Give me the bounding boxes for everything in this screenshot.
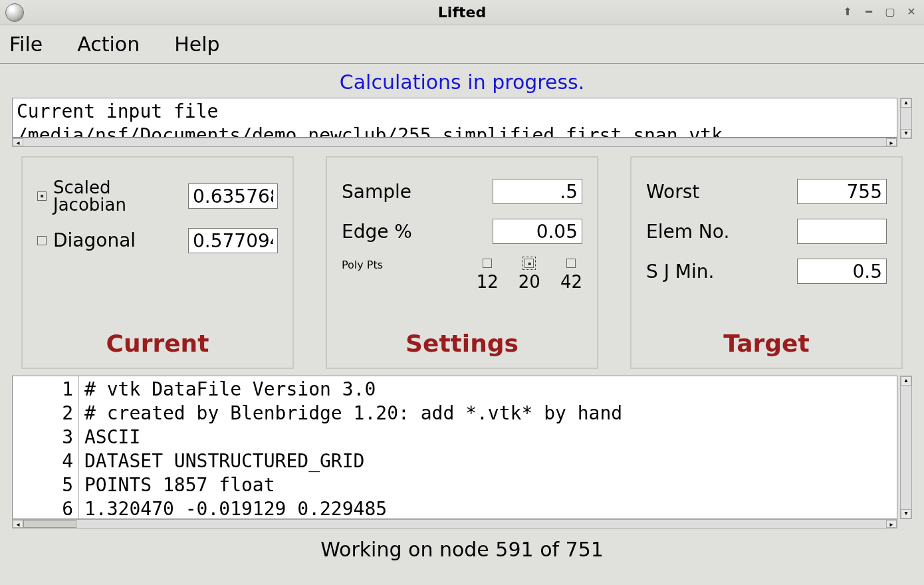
code-line-4: DATASET UNSTRUCTURED_GRID (84, 450, 364, 472)
panel-settings-title: Settings (342, 330, 582, 357)
scaled-jacobian-label: ScaledJacobian (53, 179, 126, 213)
menu-action[interactable]: Action (74, 31, 142, 57)
polypts-opt-12: 12 (477, 259, 499, 292)
polypts-label: Poly Pts (342, 259, 383, 271)
code-scroll-right-icon[interactable]: ▸ (886, 520, 897, 528)
code-line-6: 1.320470 -0.019129 0.229485 (84, 498, 387, 519)
status-message: Calculations in progress. (0, 64, 924, 98)
row-diagonal: Diagonal (37, 228, 278, 253)
input-file-textarea[interactable]: Current input file /media/nsf/Documents/… (12, 98, 897, 138)
scroll-down-icon[interactable]: ▾ (901, 129, 911, 138)
polypts-12-label: 12 (477, 272, 499, 292)
scroll-up-icon[interactable]: ▴ (901, 98, 911, 108)
code-scroll-up-icon[interactable]: ▴ (901, 376, 911, 386)
elemno-input[interactable] (797, 219, 887, 244)
edge-input[interactable] (493, 219, 582, 244)
code-hscroll-thumb[interactable] (23, 520, 76, 528)
row-sample: Sample (342, 179, 582, 204)
polypts-12-checkbox[interactable] (483, 259, 492, 268)
code-box[interactable]: 1 2 3 4 5 6 # vtk DataFile Version 3.0 #… (12, 376, 897, 519)
window-up-icon[interactable]: ⬆ (839, 4, 856, 19)
window-title: Lifted (0, 4, 924, 21)
code-line-5: POINTS 1857 float (84, 474, 275, 496)
window-maximize-icon[interactable]: ▢ (881, 4, 899, 19)
code-line-1: # vtk DataFile Version 3.0 (84, 378, 376, 400)
polypts-20-checkbox[interactable] (524, 259, 534, 268)
panel-target: Worst Elem No. S J Min. Target (630, 156, 903, 369)
code-line-2: # created by Blenbridge 1.20: add *.vtk*… (84, 402, 622, 424)
menu-file[interactable]: File (7, 31, 45, 57)
row-elemno: Elem No. (646, 219, 887, 244)
elemno-label: Elem No. (646, 221, 729, 243)
sample-input[interactable] (493, 179, 582, 204)
sjmin-label: S J Min. (646, 261, 714, 283)
panels-row: ScaledJacobian Diagonal Current Sample E… (21, 156, 903, 369)
scroll-left-icon[interactable]: ◂ (13, 138, 23, 146)
code-gutter: 1 2 3 4 5 6 (13, 376, 79, 519)
app-icon (5, 3, 24, 22)
scroll-right-icon[interactable]: ▸ (886, 138, 897, 146)
polypts-42-label: 42 (560, 272, 582, 292)
diagonal-input[interactable] (188, 228, 278, 253)
code-hscrollbar[interactable]: ◂ ▸ (12, 519, 897, 528)
input-file-line1: Current input file (17, 100, 218, 122)
menu-bar: File Action Help (0, 25, 924, 64)
row-edge: Edge % (342, 219, 582, 244)
row-scaled-jacobian: ScaledJacobian (37, 179, 278, 213)
worst-input[interactable] (797, 179, 887, 204)
panel-current-title: Current (37, 330, 278, 357)
polypts-42-checkbox[interactable] (566, 259, 576, 268)
worst-label: Worst (646, 181, 699, 203)
sjmin-input[interactable] (797, 259, 887, 284)
input-file-vscrollbar[interactable]: ▴ ▾ (900, 98, 912, 139)
menu-help[interactable]: Help (172, 31, 222, 57)
input-file-panel: Current input file /media/nsf/Documents/… (12, 98, 912, 147)
input-file-line2: /media/nsf/Documents/demo_newclub/255_si… (17, 124, 723, 138)
polypts-20-label: 20 (519, 272, 540, 292)
code-scroll-left-icon[interactable]: ◂ (13, 520, 23, 528)
polypts-opt-42: 42 (560, 259, 582, 292)
scaled-jacobian-input[interactable] (188, 183, 278, 209)
row-polypts: Poly Pts 12 20 42 (342, 259, 582, 292)
title-bar: Lifted ⬆ ━ ▢ ✕ (0, 0, 924, 25)
sample-label: Sample (342, 181, 411, 203)
window-controls: ⬆ ━ ▢ ✕ (839, 4, 920, 19)
scaled-jacobian-checkbox[interactable] (37, 191, 47, 201)
code-vscrollbar[interactable]: ▴ ▾ (900, 376, 912, 519)
panel-target-title: Target (646, 330, 887, 357)
panel-settings: Sample Edge % Poly Pts 12 20 (326, 156, 598, 369)
diagonal-checkbox[interactable] (37, 236, 47, 245)
diagonal-label: Diagonal (53, 231, 136, 250)
input-file-hscrollbar[interactable]: ◂ ▸ (12, 138, 897, 147)
window-close-icon[interactable]: ✕ (903, 4, 920, 19)
status-bottom: Working on node 591 of 751 (0, 538, 924, 561)
window-minimize-icon[interactable]: ━ (860, 4, 877, 19)
code-lines[interactable]: # vtk DataFile Version 3.0 # created by … (79, 376, 897, 519)
code-line-3: ASCII (84, 426, 140, 448)
polypts-opt-20: 20 (519, 259, 540, 292)
polypts-options: 12 20 42 (477, 259, 582, 292)
row-sjmin: S J Min. (646, 259, 887, 284)
panel-current: ScaledJacobian Diagonal Current (21, 156, 294, 369)
edge-label: Edge % (342, 221, 412, 243)
row-worst: Worst (646, 179, 887, 204)
code-scroll-down-icon[interactable]: ▾ (901, 509, 911, 519)
code-viewer: 1 2 3 4 5 6 # vtk DataFile Version 3.0 #… (12, 376, 912, 528)
